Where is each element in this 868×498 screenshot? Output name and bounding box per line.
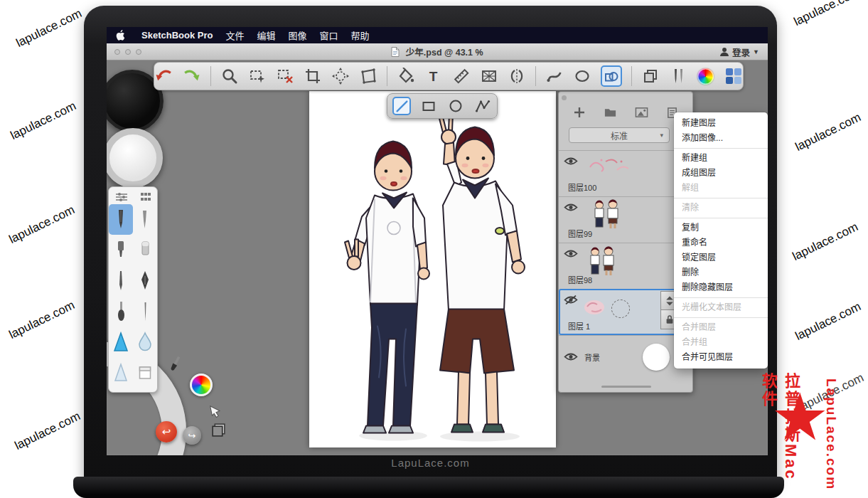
add-layer-icon[interactable] [573,106,586,119]
menu-item-edit[interactable]: 编辑 [257,28,275,42]
grid-icon[interactable] [140,192,151,202]
transform-tool-button[interactable] [359,67,377,85]
context-menu-item-lock-layer[interactable]: 锁定图层 [674,250,768,265]
ring-undo-button[interactable]: ↩ [156,421,177,443]
shapes-tool-button[interactable] [601,65,622,87]
context-menu-item-group-layers[interactable]: 成组图层 [674,166,768,181]
redo-button[interactable] [183,67,201,85]
visibility-eye-icon[interactable] [564,351,579,363]
brush-library-button[interactable] [669,67,687,85]
context-menu-separator [674,148,768,149]
visibility-eye-icon[interactable] [564,156,579,167]
brush-needle[interactable] [133,296,157,327]
rectangle-icon [420,97,437,115]
crop-tool-button[interactable] [304,67,322,85]
blend-caret-icon: ▾ [660,132,663,139]
panel-scroll-indicator[interactable] [601,386,651,388]
context-menu-item-delete[interactable]: 删除 [674,265,768,280]
duplicate-layer-button[interactable] [641,67,660,85]
menu-item-help[interactable]: 帮助 [350,28,369,42]
app-menu-title[interactable]: SketchBook Pro [141,30,213,41]
brush-block-eraser[interactable] [133,357,157,388]
ring-cursor-button[interactable] [208,402,225,419]
image-icon[interactable] [635,107,648,118]
layer-row-100[interactable]: 图层100 [559,150,692,196]
laptop-frame: SketchBook Pro 文件 编辑 图像 窗口 帮助 少年.psd @ 4… [84,6,777,489]
menu-item-file[interactable]: 文件 [225,28,244,42]
brush-water-drop[interactable] [133,327,157,357]
pencil-icon [113,209,129,231]
blend-mode-value: 标准 [611,129,628,142]
deselect-button[interactable] [276,67,294,85]
nudge-selection-button[interactable] [331,67,350,85]
login-button[interactable]: 登录 ▼ [719,43,759,60]
circle-shape-button[interactable] [446,97,465,115]
symmetry-tool-button[interactable] [508,67,526,85]
layer-row-background[interactable]: 背景 [559,335,692,378]
menu-item-window[interactable]: 窗口 [319,28,338,42]
layer-row-99[interactable]: 图层99 [559,196,692,243]
context-menu-item-duplicate[interactable]: 复制 [674,221,768,235]
context-menu-item-rename[interactable]: 重命名 [674,235,768,250]
text-tool-button[interactable]: T [424,67,443,85]
ring-color-wheel-button[interactable] [190,374,213,396]
folder-icon[interactable] [604,107,617,118]
brush-airbrush-cone[interactable] [109,327,133,357]
layer-row-1[interactable]: 图层 1 [559,289,692,335]
blend-mode-select[interactable]: 标准 ▾ [569,127,670,143]
brush-smudge-cone[interactable] [109,357,133,388]
visibility-eye-icon[interactable] [564,248,579,260]
line-shape-button[interactable] [392,97,411,115]
context-menu-item-new-layer[interactable]: 新建图层 [674,116,768,131]
nudge-selection-icon [332,68,349,85]
color-swatches-button[interactable] [724,67,743,85]
context-menu-item-add-image[interactable]: 添加图像... [674,131,768,146]
background-color-swatch[interactable] [643,344,670,371]
steady-stroke-button[interactable] [545,67,564,85]
panel-drag-dot[interactable] [562,95,567,100]
brush-pen[interactable] [133,204,157,235]
ring-brush-button[interactable] [164,353,186,376]
brush-ink-nib[interactable] [133,265,157,296]
color-wheel-button[interactable] [697,67,715,85]
symmetry-icon [508,68,525,85]
color-wheel-icon [697,68,714,85]
sliders-icon[interactable] [115,192,128,202]
line-icon [394,98,409,114]
marquee-select-button[interactable] [248,67,267,85]
context-menu-item-merge-visible[interactable]: 合并可见图层 [674,350,768,365]
water-drop-icon [136,332,154,353]
apple-menu-icon[interactable] [115,29,126,41]
layer-name: 图层99 [568,228,592,239]
rectangle-shape-button[interactable] [419,97,438,115]
brush-pencil[interactable] [109,204,133,235]
perspective-tool-button[interactable] [480,67,498,85]
brush-paintbrush[interactable] [109,296,133,327]
undo-button[interactable] [155,67,173,85]
ruler-tool-button[interactable] [452,67,471,85]
canvas[interactable] [309,91,556,447]
shape-toolbar [387,93,498,119]
visibility-eye-off-icon[interactable] [564,295,579,306]
ellipse-tool-button[interactable] [573,67,591,85]
layer-row-98[interactable]: 图层98 [559,243,692,289]
context-menu-item-delete-hidden[interactable]: 删除隐藏图层 [674,280,768,295]
watermark-text: lapulace.com [9,99,79,143]
zoom-tool-button[interactable] [220,67,239,85]
visibility-eye-icon[interactable] [564,202,579,213]
selection-marquee-circle [611,300,630,318]
ring-redo-button[interactable]: ↪ [183,426,201,445]
menu-item-image[interactable]: 图像 [288,28,306,42]
brush-marker[interactable] [109,235,133,265]
context-menu-item-new-group[interactable]: 新建组 [674,151,768,166]
context-menu-item-clear: 清除 [674,201,768,216]
ring-layers-button[interactable] [210,422,227,438]
fill-tool-button[interactable] [397,67,415,85]
brush-fine-pen[interactable] [109,265,133,296]
layers-panel-toolbar [559,103,692,122]
pen-icon [137,209,153,231]
polyline-shape-button[interactable] [473,97,492,115]
brush-puck[interactable] [107,128,163,188]
brush-eraser[interactable] [133,235,157,265]
ink-nib-icon [137,270,153,292]
